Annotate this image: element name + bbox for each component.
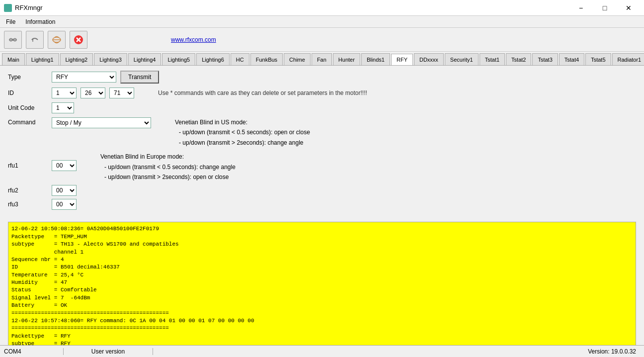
rfu3-select[interactable]: 000102: [52, 199, 77, 210]
tab-lighting2[interactable]: Lighting2: [60, 53, 93, 65]
id3-select[interactable]: 717069: [109, 88, 134, 98]
type-row: Type RFY RFY ext ASA Transmit: [8, 71, 636, 84]
id1-select[interactable]: 123: [52, 88, 77, 98]
title-bar: RFXmngr − □ ✕: [0, 0, 644, 16]
menu-information[interactable]: Information: [21, 17, 59, 26]
rfu3-row: rfu3 000102: [8, 199, 636, 210]
title-bar-controls: − □ ✕: [569, 2, 640, 14]
tab-security1[interactable]: Security1: [445, 53, 479, 65]
venetian-us-line1: - up/down (transmit < 0.5 seconds): open…: [179, 127, 310, 137]
venetian-eu-title: Venetian Blind in Europe mode:: [100, 152, 236, 162]
tab-radiator1[interactable]: Radiator1: [612, 53, 644, 65]
tab-tstat3[interactable]: Tstat3: [532, 53, 558, 65]
tab-ddxxxx[interactable]: DDxxxx: [414, 53, 444, 65]
tab-lighting5[interactable]: Lighting5: [162, 53, 195, 65]
status-version: Version: 19.0.0.32: [588, 348, 640, 355]
rfu1-row: rfu1 000102: [8, 152, 77, 179]
command-label: Command: [8, 117, 48, 126]
warning-text: Use * commands with care as they can del…: [158, 89, 367, 96]
venetian-eu-line1: - up/down (transmit < 0.5 seconds): chan…: [104, 162, 236, 172]
title-bar-left: RFXmngr: [4, 4, 43, 12]
menu-bar: File Information: [0, 16, 644, 28]
tab-tstat2[interactable]: Tstat2: [506, 53, 531, 65]
venetian-us-title: Venetian Blind in US mode:: [175, 117, 310, 127]
tab-main[interactable]: Main: [2, 53, 25, 65]
venetian-eu-line2: - up/down (transmit > 2seconds): open or…: [104, 172, 236, 182]
tab-tstat4[interactable]: Tstat4: [559, 53, 584, 65]
rfu2-select[interactable]: 000102: [52, 185, 77, 196]
content-area: Type RFY RFY ext ASA Transmit ID 123 262…: [0, 66, 644, 218]
unit-code-row: Unit Code 1234: [8, 102, 636, 113]
command-select[interactable]: Stop / My Up Down Program Up 05sec Down …: [52, 117, 151, 128]
svg-point-1: [9, 38, 12, 41]
id-row: ID 123 262524 717069 Use * commands with…: [8, 88, 636, 98]
transmit-button[interactable]: Transmit: [120, 71, 159, 84]
minimize-button[interactable]: −: [569, 2, 592, 14]
app-icon: [4, 4, 12, 12]
rfxcom-link[interactable]: www.rfxcom.com: [171, 36, 216, 43]
id-label: ID: [8, 89, 48, 96]
tab-tstat5[interactable]: Tstat5: [585, 53, 611, 65]
tab-chime[interactable]: Chime: [284, 53, 311, 65]
maximize-button[interactable]: □: [593, 2, 616, 14]
type-label: Type: [8, 74, 48, 81]
unit-code-select[interactable]: 1234: [52, 102, 74, 113]
log-area[interactable]: 12-06-22 10:50:08:236= 0A520D04B50100FE2…: [8, 222, 636, 357]
rfu1-label: rfu1: [8, 162, 48, 169]
tab-blinds1[interactable]: Blinds1: [361, 53, 390, 65]
tab-hc[interactable]: HC: [231, 53, 249, 65]
close-button[interactable]: ✕: [617, 2, 640, 14]
tab-tstat1[interactable]: Tstat1: [480, 53, 505, 65]
status-user: User version: [64, 348, 153, 355]
connect-button[interactable]: [4, 31, 22, 49]
id2-select[interactable]: 262524: [80, 88, 105, 98]
command-section: Command Stop / My Up Down Program Up 05s…: [8, 117, 636, 148]
app-title: RFXmngr: [15, 4, 43, 11]
rfu2-row: rfu2 000102: [8, 185, 636, 196]
venetian-eu-info: Venetian Blind in Europe mode: - up/down…: [100, 152, 236, 182]
rfu1-section: rfu1 000102 Venetian Blind in Europe mod…: [8, 152, 636, 182]
tab-funkbus[interactable]: FunkBus: [250, 53, 283, 65]
tab-lighting4[interactable]: Lighting4: [128, 53, 161, 65]
settings-button[interactable]: [48, 31, 66, 49]
rfu2-label: rfu2: [8, 187, 48, 194]
toolbar: www.rfxcom.com: [0, 28, 644, 52]
rfu1-select[interactable]: 000102: [52, 160, 77, 171]
tab-hunter[interactable]: Hunter: [333, 53, 360, 65]
venetian-us-line2: - up/down (transmit > 2seconds): change …: [179, 138, 310, 148]
svg-point-2: [13, 38, 16, 41]
tab-lighting3[interactable]: Lighting3: [94, 53, 127, 65]
tabs-container: Main Lighting1 Lighting2 Lighting3 Light…: [0, 52, 644, 66]
tab-fan[interactable]: Fan: [312, 53, 332, 65]
disconnect-button[interactable]: [26, 31, 44, 49]
stop-button[interactable]: [70, 31, 87, 49]
unit-code-label: Unit Code: [8, 104, 48, 111]
menu-file[interactable]: File: [2, 17, 19, 26]
tab-lighting1[interactable]: Lighting1: [26, 53, 59, 65]
status-com: COM4: [4, 348, 64, 355]
rfu3-label: rfu3: [8, 201, 48, 208]
tab-lighting6[interactable]: Lighting6: [196, 53, 230, 65]
command-row: Command Stop / My Up Down Program Up 05s…: [8, 117, 151, 148]
tab-rfy[interactable]: RFY: [391, 54, 413, 66]
type-select[interactable]: RFY RFY ext ASA: [52, 72, 116, 83]
venetian-us-info: Venetian Blind in US mode: - up/down (tr…: [175, 117, 310, 148]
status-bar: COM4 User version Version: 19.0.0.32: [0, 345, 644, 357]
